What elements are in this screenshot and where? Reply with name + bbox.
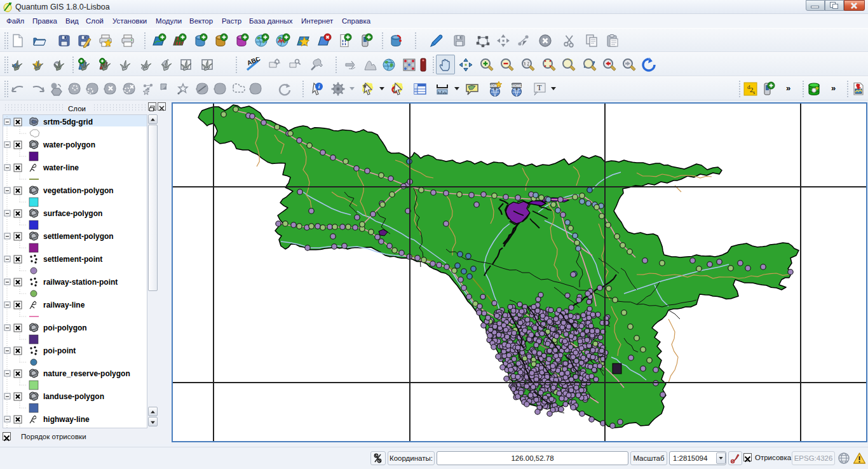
svg-text:railway-line: railway-line [43, 301, 85, 309]
svg-text:settlement-polygon: settlement-polygon [43, 232, 114, 241]
svg-text:settlement-point: settlement-point [43, 255, 102, 264]
svg-text:vegetation-polygon: vegetation-polygon [43, 186, 114, 195]
svg-text:landuse-polygon: landuse-polygon [43, 392, 104, 401]
svg-text:nature_reserve-polygon: nature_reserve-polygon [43, 369, 130, 378]
svg-text:HOME: HOME [512, 84, 522, 88]
svg-text:s: s [753, 90, 755, 95]
svg-text:railway-station-point: railway-station-point [43, 278, 118, 287]
svg-text:T: T [537, 83, 542, 92]
svg-text:water-line: water-line [43, 163, 79, 172]
svg-text:srtm-5dg-grid: srtm-5dg-grid [43, 118, 93, 126]
svg-text:water-polygon: water-polygon [43, 140, 95, 149]
svg-text:highway-line: highway-line [43, 415, 90, 424]
svg-text:surface-polygon: surface-polygon [43, 209, 102, 218]
svg-text:poi-point: poi-point [43, 346, 76, 355]
svg-text:poi-polygon: poi-polygon [43, 323, 87, 332]
